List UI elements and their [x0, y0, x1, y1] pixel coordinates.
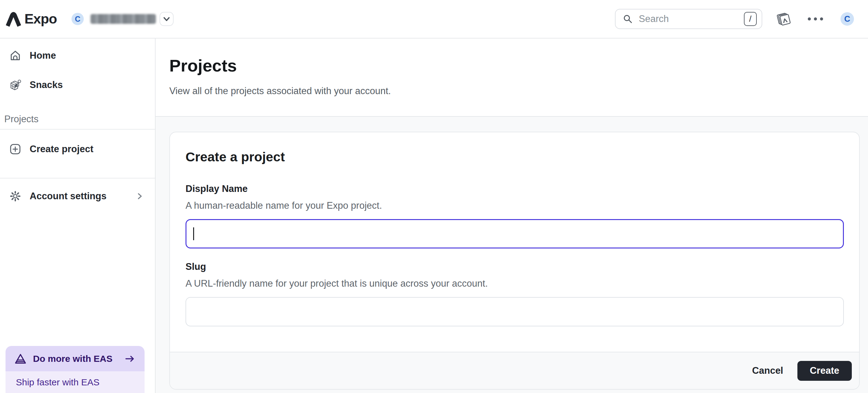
slug-description: A URL-friendly name for your project tha…	[186, 279, 844, 289]
create-project-form: Create a project Display Name A human-re…	[170, 132, 859, 352]
eas-banner: Do more with EAS Ship faster with EAS	[5, 346, 145, 393]
docs-stack-icon	[776, 11, 791, 27]
display-name-input[interactable]	[186, 219, 844, 248]
top-bar: Expo C	[0, 0, 868, 38]
sidebar-item-label: Home	[30, 50, 56, 61]
sidebar-item-home[interactable]: Home	[0, 41, 155, 70]
arrow-right-icon	[124, 353, 135, 364]
main-header: Projects View all of the projects associ…	[156, 38, 868, 117]
account-switcher: C	[71, 12, 174, 26]
sidebar: Home Snacks Projects	[0, 38, 156, 393]
eas-banner-sublink[interactable]: Ship faster with EAS	[5, 371, 145, 393]
display-name-description: A human-readable name for your Expo proj…	[186, 201, 844, 211]
top-bar-right: /	[615, 9, 854, 29]
snack-cube-icon	[9, 79, 21, 91]
slug-input[interactable]	[186, 297, 844, 326]
text-cursor	[193, 228, 194, 240]
user-avatar-button[interactable]: C	[840, 12, 854, 26]
more-menu-button[interactable]	[807, 17, 824, 21]
eas-banner-title: Do more with EAS	[33, 354, 113, 364]
expo-logo-text: Expo	[25, 11, 57, 27]
sidebar-item-account-settings[interactable]: Account settings	[0, 182, 155, 211]
account-avatar: C	[71, 13, 84, 25]
page-title: Projects	[169, 56, 868, 75]
expo-caret-icon	[5, 10, 21, 28]
chevron-down-icon	[162, 14, 171, 24]
display-name-label: Display Name	[186, 184, 844, 194]
sidebar-item-label: Snacks	[30, 80, 63, 90]
search-box[interactable]: /	[615, 9, 762, 29]
main-content: Projects View all of the projects associ…	[156, 38, 868, 393]
slash-key-icon: /	[744, 12, 757, 26]
sidebar-item-snacks[interactable]: Snacks	[0, 70, 155, 100]
gear-icon	[9, 190, 21, 202]
top-bar-left: Expo C	[5, 10, 174, 28]
account-switcher-button[interactable]	[159, 12, 174, 26]
search-input[interactable]	[638, 13, 744, 25]
sidebar-item-create-project[interactable]: Create project	[0, 134, 155, 164]
chevron-right-icon	[135, 192, 144, 201]
app-window: Expo C	[0, 0, 868, 393]
docs-button[interactable]	[776, 11, 791, 27]
eas-banner-subtitle: Ship faster with EAS	[16, 377, 99, 388]
create-project-card: Create a project Display Name A human-re…	[169, 132, 860, 390]
cancel-button[interactable]: Cancel	[741, 361, 794, 381]
eas-banner-link[interactable]: Do more with EAS	[5, 346, 145, 371]
search-icon	[623, 14, 633, 24]
card-footer: Cancel Create	[170, 352, 859, 389]
sidebar-divider	[0, 129, 155, 129]
account-name-redacted	[90, 14, 156, 24]
sidebar-section-label: Projects	[4, 113, 155, 125]
main-body: Create a project Display Name A human-re…	[156, 117, 868, 393]
sidebar-item-label: Account settings	[30, 191, 106, 202]
home-icon	[9, 50, 21, 61]
ellipsis-icon	[807, 17, 824, 21]
page-subtitle: View all of the projects associated with…	[169, 86, 868, 97]
eas-triangle-icon	[15, 353, 26, 364]
create-button[interactable]: Create	[797, 361, 852, 381]
sidebar-item-label: Create project	[30, 144, 93, 155]
slug-field-wrap	[186, 297, 844, 326]
display-name-field-wrap	[186, 219, 844, 248]
expo-logo[interactable]: Expo	[5, 10, 57, 28]
page-body: Home Snacks Projects	[0, 38, 868, 393]
card-title: Create a project	[186, 150, 844, 163]
sidebar-divider	[0, 178, 155, 179]
slug-label: Slug	[186, 262, 844, 272]
plus-square-icon	[9, 143, 21, 155]
